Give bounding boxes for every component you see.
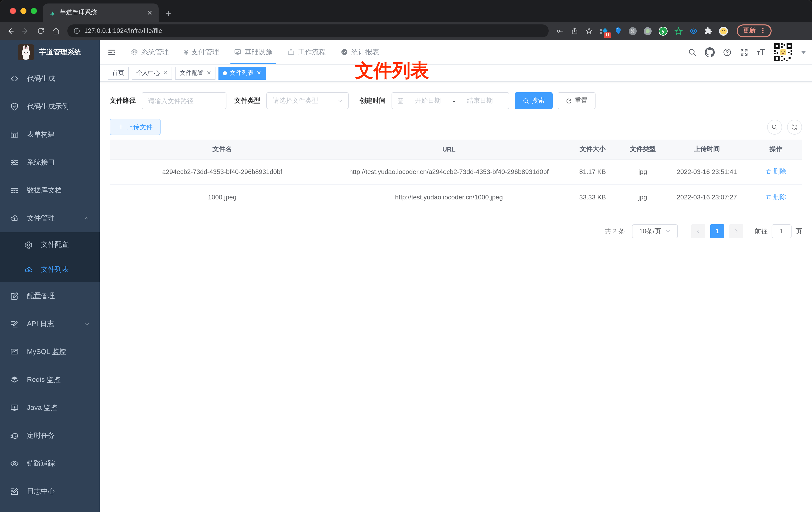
col-url: URL <box>335 140 563 159</box>
close-icon[interactable]: ✕ <box>257 70 261 76</box>
file-path-input[interactable] <box>142 92 227 109</box>
sidebar-item-file-config[interactable]: 文件配置 <box>0 232 100 257</box>
upload-file-button[interactable]: 上传文件 <box>110 119 161 135</box>
home-icon[interactable] <box>52 27 60 35</box>
hamburger-icon[interactable] <box>107 48 116 57</box>
avatar-caret-icon[interactable] <box>801 51 806 54</box>
sidebar: 芋道管理系统 代码生成 代码生成示例 表单构建 系统接口 <box>0 40 100 512</box>
navbar-right: TT <box>688 42 812 62</box>
share-icon[interactable] <box>571 27 579 35</box>
close-window-button[interactable] <box>10 8 16 14</box>
tag-home[interactable]: 首页 <box>108 66 129 80</box>
sidebar-item-code-generation[interactable]: 代码生成 <box>0 65 100 93</box>
delete-button[interactable]: 删除 <box>766 191 786 202</box>
zoom-window-button[interactable] <box>31 8 37 14</box>
topnav-payment-management[interactable]: ¥ 支付管理 <box>177 40 227 64</box>
sidebar-item-tracing[interactable]: 链路追踪 <box>0 450 100 478</box>
refresh-button[interactable] <box>787 119 802 134</box>
sliders-icon <box>10 158 19 167</box>
cell-file-name: 1000.jpeg <box>110 184 335 210</box>
profile-avatar-icon[interactable] <box>719 26 728 36</box>
sidebar-item-redis-monitor[interactable]: Redis 监控 <box>0 366 100 394</box>
minimize-window-button[interactable] <box>21 8 26 14</box>
window-controls[interactable] <box>10 8 37 14</box>
topnav-system-management[interactable]: 系统管理 <box>123 40 177 64</box>
tab-close-icon[interactable]: ✕ <box>147 9 153 17</box>
toggle-search-button[interactable] <box>767 119 782 134</box>
browser-menu-icon[interactable]: ⋮ <box>760 27 766 34</box>
sidebar-item-file-management[interactable]: 文件管理 <box>0 204 100 232</box>
new-tab-button[interactable]: + <box>166 8 171 19</box>
tag-file-config[interactable]: 文件配置 ✕ <box>175 66 215 80</box>
forward-icon[interactable] <box>22 27 30 35</box>
reset-button[interactable]: 重置 <box>558 92 596 109</box>
chart-monitor-icon <box>10 348 19 357</box>
sidebar-item-java-monitor[interactable]: Java 监控 <box>0 394 100 422</box>
end-date-placeholder: 结束日期 <box>456 96 504 105</box>
app-logo[interactable]: 芋道管理系统 <box>0 40 100 65</box>
page-size-select[interactable]: 10条/页 <box>632 224 678 238</box>
sidebar-item-system-api[interactable]: 系统接口 <box>0 149 100 177</box>
chevron-down-icon <box>84 321 90 327</box>
cell-file-type: jpg <box>622 184 664 210</box>
github-icon[interactable] <box>705 47 715 57</box>
chevron-up-icon <box>84 215 90 221</box>
sidebar-item-db-doc[interactable]: 数据库文档 <box>0 177 100 204</box>
sidebar-item-config-management[interactable]: 配置管理 <box>0 282 100 310</box>
ext-green-star-icon[interactable] <box>674 27 683 35</box>
next-page-button[interactable] <box>729 224 743 238</box>
close-icon[interactable]: ✕ <box>163 70 168 76</box>
page-number-button[interactable]: 1 <box>710 224 724 238</box>
sidebar-item-scheduled-tasks[interactable]: 定时任务 <box>0 422 100 450</box>
ext-command-icon[interactable]: ⌘ <box>629 27 637 35</box>
extension-badge: 11 <box>604 32 611 38</box>
topnav-infrastructure[interactable]: 基础设施 <box>227 40 280 64</box>
browser-tabstrip: 芋道管理系统 ✕ + <box>0 0 812 22</box>
create-time-label: 创建时间 <box>359 96 385 105</box>
close-icon[interactable]: ✕ <box>206 70 211 76</box>
font-size-icon[interactable]: TT <box>757 48 765 57</box>
search-button[interactable]: 搜索 <box>515 92 553 109</box>
topnav-workflow[interactable]: 工作流程 <box>280 40 334 64</box>
yen-icon: ¥ <box>184 48 188 56</box>
goto-label: 前往 <box>755 227 767 236</box>
sidebar-item-file-list[interactable]: 文件列表 <box>0 257 100 282</box>
browser-tab[interactable]: 芋道管理系统 ✕ <box>43 3 158 22</box>
fullscreen-icon[interactable] <box>740 48 749 57</box>
tag-profile[interactable]: 个人中心 ✕ <box>132 66 172 80</box>
sidebar-item-api-log[interactable]: API 日志 <box>0 310 100 338</box>
extensions-puzzle-icon[interactable] <box>704 27 712 35</box>
date-range-picker[interactable]: 开始日期 - 结束日期 <box>392 92 509 109</box>
file-type-select[interactable]: 请选择文件类型 <box>266 92 349 109</box>
ext-green-y-icon[interactable]: y <box>658 26 668 36</box>
table-toolbar: 上传文件 <box>110 119 802 135</box>
chrome-update-button[interactable]: 更新 ⋮ <box>737 24 772 37</box>
sidebar-item-log-center[interactable]: 日志中心 <box>0 478 100 506</box>
reload-icon[interactable] <box>37 27 45 35</box>
ext-eye-icon[interactable] <box>689 27 698 35</box>
back-icon[interactable] <box>6 27 14 35</box>
avatar[interactable] <box>773 42 793 62</box>
sidebar-item-code-demo[interactable]: 代码生成示例 <box>0 93 100 121</box>
goto-page-input[interactable] <box>772 224 791 238</box>
ext-balloon-icon[interactable] <box>614 27 622 35</box>
eye-icon <box>10 459 19 468</box>
delete-button[interactable]: 删除 <box>766 166 786 177</box>
bookmark-star-icon[interactable] <box>585 27 593 35</box>
tag-file-list[interactable]: 文件列表 ✕ <box>219 66 266 80</box>
sidebar-item-form-builder[interactable]: 表单构建 <box>0 121 100 149</box>
ext-blue-diamond-icon[interactable]: 11 <box>600 27 608 35</box>
search-icon[interactable] <box>688 48 697 57</box>
cell-file-size: 81.17 KB <box>563 159 622 184</box>
url-bar[interactable]: 127.0.0.1:1024/infra/file/file <box>67 24 549 37</box>
ext-gray-circle-icon[interactable] <box>643 27 652 35</box>
help-icon[interactable] <box>723 48 732 57</box>
password-key-icon[interactable] <box>556 27 564 35</box>
layers-icon <box>10 375 19 384</box>
pagination: 共 2 条 10条/页 1 前往 页 <box>110 224 802 238</box>
sidebar-item-mysql-monitor[interactable]: MySQL 监控 <box>0 338 100 366</box>
cell-upload-time: 2022-03-16 23:07:27 <box>664 184 750 210</box>
site-info-icon[interactable] <box>73 27 80 34</box>
prev-page-button[interactable] <box>691 224 705 238</box>
url-text: 127.0.0.1:1024/infra/file/file <box>84 27 162 34</box>
